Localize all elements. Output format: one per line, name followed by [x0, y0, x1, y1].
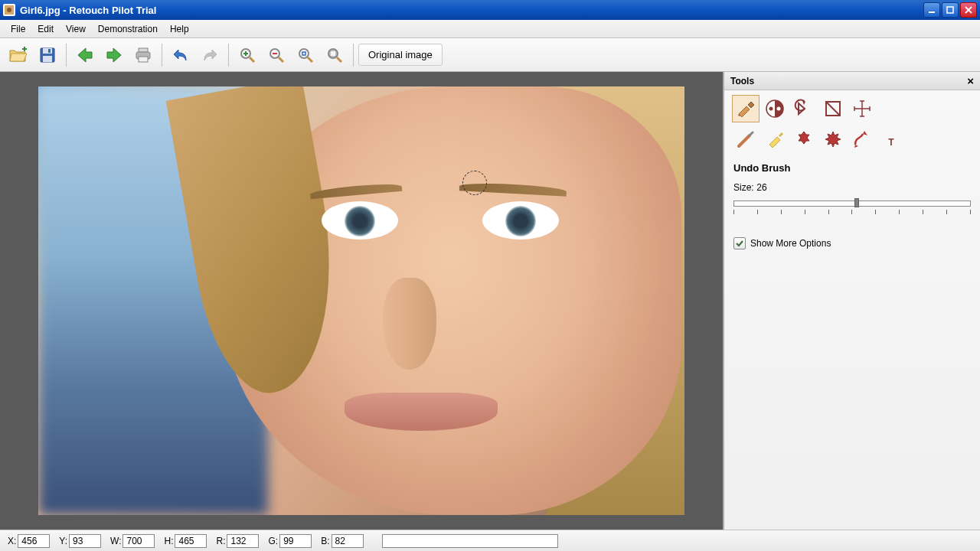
menu-edit[interactable]: Edit: [31, 21, 60, 37]
original-image-button[interactable]: Original image: [358, 44, 443, 66]
svg-line-18: [337, 57, 341, 62]
status-progress-panel: [382, 534, 558, 548]
close-button[interactable]: [960, 2, 977, 18]
svg-rect-19: [330, 51, 336, 57]
maximize-button[interactable]: [942, 2, 959, 18]
tool-rotate[interactable]: [790, 95, 818, 122]
app-icon: [3, 4, 15, 16]
statusbar: X:456 Y:93 W:700 H:465 R:132 G:99 B:82: [0, 530, 980, 551]
svg-rect-10: [139, 57, 148, 62]
tool-scratch-remover[interactable]: [732, 126, 760, 153]
brush-cursor-icon: [462, 171, 487, 195]
save-button[interactable]: [34, 41, 61, 69]
forward-button[interactable]: [100, 41, 128, 69]
redo-button[interactable]: [196, 41, 224, 69]
tools-panel-title: Tools: [730, 76, 754, 86]
tool-resize[interactable]: [848, 95, 876, 122]
status-b-value: 82: [332, 534, 364, 548]
size-label: Size:: [733, 182, 754, 193]
active-tool-label: Undo Brush: [724, 158, 980, 178]
svg-rect-8: [139, 48, 148, 52]
zoom-actual-button[interactable]: [321, 41, 348, 69]
tools-panel: Tools ×: [724, 72, 980, 530]
size-slider[interactable]: [733, 199, 971, 222]
status-g-value: 99: [279, 534, 312, 548]
status-y-label: Y:: [59, 536, 67, 546]
open-button[interactable]: [5, 41, 32, 69]
status-h-value: 465: [175, 534, 207, 548]
status-x-label: X:: [8, 536, 16, 546]
menu-file[interactable]: File: [5, 21, 31, 37]
tools-close-button[interactable]: ×: [967, 74, 974, 87]
svg-rect-3: [947, 7, 953, 13]
tool-crop[interactable]: [819, 95, 847, 122]
zoom-in-button[interactable]: [234, 41, 261, 69]
back-button[interactable]: [71, 41, 99, 69]
svg-point-22: [777, 107, 781, 111]
svg-line-16: [308, 57, 312, 62]
status-w-value: 700: [122, 534, 155, 548]
menubar: File Edit View Demonstration Help: [0, 20, 980, 38]
tool-elastic[interactable]: [848, 126, 876, 153]
svg-rect-7: [48, 49, 51, 53]
tool-smart-patch[interactable]: [761, 126, 789, 153]
menu-view[interactable]: View: [60, 21, 92, 37]
status-h-label: H:: [164, 536, 173, 546]
undo-button[interactable]: [167, 41, 194, 69]
zoom-fit-button[interactable]: [292, 41, 319, 69]
status-r-label: R:: [216, 536, 225, 546]
print-button[interactable]: [129, 41, 157, 69]
zoom-out-button[interactable]: [263, 41, 290, 69]
svg-point-15: [299, 49, 309, 58]
show-more-options-checkbox[interactable]: [733, 237, 746, 249]
menu-demonstration[interactable]: Demonstration: [92, 21, 164, 37]
svg-point-21: [769, 107, 773, 111]
window-title: Girl6.jpg - Retouch Pilot Trial: [20, 5, 923, 16]
status-x-value: 456: [18, 534, 50, 548]
titlebar: Girl6.jpg - Retouch Pilot Trial: [0, 0, 980, 20]
minimize-button[interactable]: [923, 2, 940, 18]
image-canvas[interactable]: [38, 86, 684, 515]
svg-line-14: [279, 57, 283, 62]
status-y-value: 93: [69, 534, 101, 548]
status-r-value: 132: [227, 534, 259, 548]
svg-rect-5: [43, 48, 52, 54]
toolbar: Original image: [0, 38, 980, 72]
svg-rect-6: [43, 56, 52, 62]
size-value: 26: [756, 182, 766, 193]
tool-undo-brush[interactable]: [732, 95, 760, 122]
tool-color-balance[interactable]: [761, 95, 789, 122]
tool-clone[interactable]: [819, 126, 847, 153]
svg-point-1: [7, 8, 11, 12]
svg-text:T: T: [888, 137, 894, 148]
show-more-options-label: Show More Options: [750, 238, 831, 249]
status-g-label: G:: [268, 536, 278, 546]
canvas-area[interactable]: [0, 72, 724, 530]
menu-help[interactable]: Help: [164, 21, 195, 37]
svg-line-12: [250, 57, 254, 62]
tool-concealer[interactable]: [790, 126, 818, 153]
status-w-label: W:: [110, 536, 121, 546]
svg-rect-2: [929, 11, 935, 13]
status-b-label: B:: [321, 536, 329, 546]
tool-text[interactable]: T: [877, 126, 905, 153]
